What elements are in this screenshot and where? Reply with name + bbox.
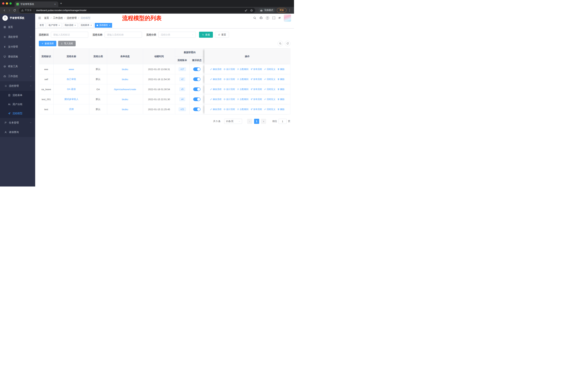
window-minimize-button[interactable] bbox=[6, 2, 8, 5]
delete-process-link[interactable]: 删除 bbox=[277, 78, 284, 81]
assign-rule-link[interactable]: 分配规则 bbox=[237, 98, 248, 101]
search-button[interactable]: 搜索 bbox=[199, 32, 213, 38]
edit-process-link[interactable]: 修改流程 bbox=[210, 88, 221, 91]
process-name-link[interactable]: 自己审批 bbox=[67, 78, 76, 81]
refresh-table-button[interactable] bbox=[285, 41, 290, 46]
design-process-link[interactable]: 设计流程 bbox=[223, 88, 235, 91]
tag-close-icon[interactable]: × bbox=[74, 24, 76, 26]
active-toggle[interactable] bbox=[193, 67, 200, 71]
breadcrumb-workflow[interactable]: 工作流程 bbox=[53, 16, 63, 20]
import-process-button[interactable]: 导入流程 bbox=[58, 41, 76, 46]
process-definition-link[interactable]: 流程定义 bbox=[264, 108, 275, 111]
sidebar-item-home[interactable]: 首页 bbox=[0, 22, 35, 32]
bookmark-star-icon[interactable] bbox=[250, 9, 253, 12]
sidebar-item-system[interactable]: 系统管理 bbox=[0, 32, 35, 42]
breadcrumb-process-mgmt[interactable]: 流程管理 bbox=[67, 16, 77, 20]
process-id-input[interactable] bbox=[51, 32, 88, 38]
active-toggle[interactable] bbox=[193, 107, 200, 111]
search-icon[interactable] bbox=[253, 16, 256, 20]
prev-page-button[interactable]: ‹ bbox=[247, 119, 252, 124]
tag-close-icon[interactable]: × bbox=[59, 24, 60, 26]
design-process-link[interactable]: 设计流程 bbox=[223, 78, 235, 81]
publish-process-link[interactable]: 发布流程 bbox=[251, 68, 262, 71]
publish-process-link[interactable]: 发布流程 bbox=[251, 78, 262, 81]
address-bar[interactable]: 不安全 dashboard.yudao.iocoder.cn/bpm/manag… bbox=[19, 8, 255, 13]
sidebar-item-devtools[interactable]: 研发工具 bbox=[0, 61, 35, 71]
tab-close-icon[interactable]: × bbox=[53, 2, 56, 6]
user-avatar[interactable] bbox=[284, 14, 291, 22]
sidebar-item-task-mgmt[interactable]: 任务管理 bbox=[0, 118, 35, 128]
next-page-button[interactable]: › bbox=[261, 119, 266, 124]
github-icon[interactable] bbox=[260, 16, 263, 20]
process-definition-link[interactable]: 流程定义 bbox=[264, 68, 275, 71]
active-toggle[interactable] bbox=[193, 97, 200, 101]
design-process-link[interactable]: 设计流程 bbox=[223, 108, 235, 111]
security-label[interactable]: 不安全 bbox=[25, 9, 32, 12]
assign-rule-link[interactable]: 分配规则 bbox=[237, 108, 248, 111]
edit-process-link[interactable]: 修改流程 bbox=[210, 78, 221, 81]
window-close-button[interactable] bbox=[2, 2, 4, 5]
design-process-link[interactable]: 设计流程 bbox=[223, 68, 235, 71]
process-name-link[interactable]: 测试多审批人 bbox=[64, 98, 79, 101]
process-name-link[interactable]: OA 请假 bbox=[67, 88, 76, 91]
page-1-button[interactable]: 1 bbox=[254, 119, 259, 124]
tag-tenant[interactable]: 租户管理 × bbox=[47, 23, 62, 28]
page-size-select[interactable]: 10条/页 bbox=[224, 119, 242, 124]
browser-menu-icon[interactable]: ⋮ bbox=[286, 8, 292, 12]
sidebar-item-process-form[interactable]: 流程表单 bbox=[0, 91, 35, 100]
tag-home[interactable]: 首页 bbox=[38, 23, 46, 28]
forward-button[interactable] bbox=[7, 8, 12, 13]
key-icon[interactable] bbox=[245, 9, 248, 12]
process-definition-link[interactable]: 流程定义 bbox=[264, 98, 275, 101]
process-category-select[interactable]: 流程分类 bbox=[158, 32, 196, 38]
window-zoom-button[interactable] bbox=[10, 2, 12, 5]
sidebar-item-leave-query[interactable]: 请假查询 bbox=[0, 128, 35, 137]
tag-my-process[interactable]: 我的流程 × bbox=[63, 23, 78, 28]
sidebar-item-workflow[interactable]: 工作流程 bbox=[0, 71, 35, 81]
form-link[interactable]: biubiu bbox=[122, 68, 128, 71]
tag-close-icon[interactable]: × bbox=[109, 24, 110, 26]
form-link[interactable]: /bpm/oa/leave/create bbox=[114, 88, 136, 91]
reload-button[interactable] bbox=[12, 8, 17, 13]
form-link[interactable]: biubiu bbox=[122, 108, 128, 111]
delete-process-link[interactable]: 删除 bbox=[277, 88, 284, 91]
tag-process-form[interactable]: 流程表单 × bbox=[79, 23, 94, 28]
goto-page-input[interactable] bbox=[279, 119, 286, 124]
back-button[interactable] bbox=[2, 8, 7, 13]
delete-process-link[interactable]: 删除 bbox=[277, 98, 284, 101]
sidebar-item-process-model[interactable]: 流程模型 bbox=[0, 109, 35, 118]
tag-close-icon[interactable]: × bbox=[90, 24, 92, 26]
process-name-link[interactable]: eeee bbox=[69, 68, 74, 71]
publish-process-link[interactable]: 发布流程 bbox=[251, 108, 262, 111]
browser-tab[interactable]: 芋道管理系统 × bbox=[15, 1, 58, 7]
assign-rule-link[interactable]: 分配规则 bbox=[237, 88, 248, 91]
url-text[interactable]: dashboard.yudao.iocoder.cn/bpm/manager/m… bbox=[36, 9, 86, 12]
design-process-link[interactable]: 设计流程 bbox=[223, 98, 235, 101]
create-process-button[interactable]: 新建流程 bbox=[39, 41, 56, 46]
active-toggle[interactable] bbox=[193, 87, 200, 91]
form-link[interactable]: biubiu bbox=[122, 98, 128, 101]
breadcrumb-home[interactable]: 首页 bbox=[44, 16, 49, 20]
delete-process-link[interactable]: 删除 bbox=[277, 108, 284, 111]
sidebar-fold-icon[interactable] bbox=[38, 16, 41, 20]
sidebar-item-process-mgmt[interactable]: 流程管理 bbox=[0, 81, 35, 91]
edit-process-link[interactable]: 修改流程 bbox=[210, 98, 221, 101]
font-size-icon[interactable]: tT bbox=[279, 17, 281, 19]
toggle-search-button[interactable] bbox=[278, 41, 283, 46]
active-toggle[interactable] bbox=[193, 77, 200, 81]
help-icon[interactable]: ? bbox=[266, 16, 269, 20]
publish-process-link[interactable]: 发布流程 bbox=[251, 88, 262, 91]
publish-process-link[interactable]: 发布流程 bbox=[251, 98, 262, 101]
process-definition-link[interactable]: 流程定义 bbox=[264, 78, 275, 81]
assign-rule-link[interactable]: 分配规则 bbox=[237, 68, 248, 71]
assign-rule-link[interactable]: 分配规则 bbox=[237, 78, 248, 81]
sidebar-item-infra[interactable]: 基础设施 bbox=[0, 52, 35, 61]
tag-process-model-active[interactable]: 流程模型 × bbox=[95, 23, 112, 28]
process-definition-link[interactable]: 流程定义 bbox=[264, 88, 275, 91]
new-tab-button[interactable]: + bbox=[58, 1, 64, 6]
reset-button[interactable]: 重置 bbox=[215, 32, 229, 38]
sidebar-item-user-group[interactable]: 用户分组 bbox=[0, 100, 35, 109]
form-link[interactable]: biubiu bbox=[122, 78, 128, 81]
process-name-link[interactable]: 滔博 bbox=[69, 108, 74, 111]
browser-update-button[interactable]: 更新 bbox=[277, 8, 286, 13]
